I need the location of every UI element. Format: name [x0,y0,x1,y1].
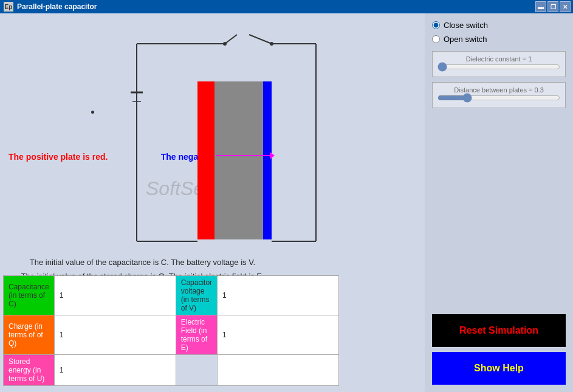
reset-button[interactable]: Reset Simulation [432,314,566,347]
capacitance-label: Capacitance (in terms of C) [4,276,55,315]
help-button[interactable]: Show Help [432,352,566,385]
negative-plate [263,81,272,239]
title-bar: Ep Parallel-plate capacitor ▬ ❐ ✕ [0,0,573,13]
electric-field-arrow [216,155,271,156]
table-row: Capacitance (in terms of C) 1 Capacitor … [4,276,339,315]
electric-field-label: Electric Field (in terms of E) [176,315,217,355]
app-icon: Ep [4,2,13,12]
window-controls[interactable]: ▬ ❐ ✕ [535,1,571,12]
svg-line-9 [225,35,237,44]
right-panel: Close switch Open switch Dielectric cons… [425,13,573,392]
close-button[interactable]: ✕ [560,1,571,12]
charge-label: Charge (in terms of of Q) [4,315,55,355]
capacitor-voltage-value: 1 [218,276,339,315]
svg-point-11 [223,42,227,46]
distance-slider[interactable] [437,94,560,102]
charge-value: 1 [54,315,176,355]
table-row: Stored energy (in terms of U) 1 [4,355,339,386]
circuit-diagram: SoftSea.com [61,26,340,256]
close-switch-label: Close switch [444,21,488,30]
close-switch-option[interactable]: Close switch [432,21,566,30]
restore-button[interactable]: ❐ [547,1,558,12]
close-switch-radio[interactable] [432,21,440,29]
switch-radio-group: Close switch Open switch [432,21,566,44]
positive-plate [197,81,214,239]
data-table: Capacitance (in terms of C) 1 Capacitor … [3,275,339,386]
svg-line-10 [249,35,272,44]
minimize-button[interactable]: ▬ [535,1,546,12]
table-row: Charge (in terms of of Q) 1 Electric Fie… [4,315,339,355]
svg-point-12 [270,42,273,46]
dielectric-slider[interactable] [437,63,560,71]
dielectric-material [214,81,263,239]
stored-energy-value: 1 [54,355,176,386]
window-title: Parallel-plate capacitor [17,2,97,11]
info-line-1: The initial value of the capacitance is … [12,255,273,269]
main-content: SoftSea.com The positive plate is red. T… [0,13,573,392]
distance-slider-container: Distance between plates = 0.3 [432,82,566,108]
dielectric-slider-container: Dielectric constant = 1 [432,51,566,77]
positive-plate-label: The positive plate is red. [9,152,108,162]
empty-cell [176,355,217,386]
electric-field-value: 1 [218,315,339,355]
capacitor-voltage-label: Capacitor voltage (in terms of V) [176,276,217,315]
spacer [432,113,566,309]
open-switch-option[interactable]: Open switch [432,35,566,44]
wire-junction [91,111,94,114]
stored-energy-label: Stored energy (in terms of U) [4,355,55,386]
open-switch-radio[interactable] [432,35,440,43]
empty-value-cell [218,355,339,386]
simulation-area: SoftSea.com The positive plate is red. T… [0,13,425,392]
capacitance-value: 1 [54,276,176,315]
open-switch-label: Open switch [444,35,487,44]
